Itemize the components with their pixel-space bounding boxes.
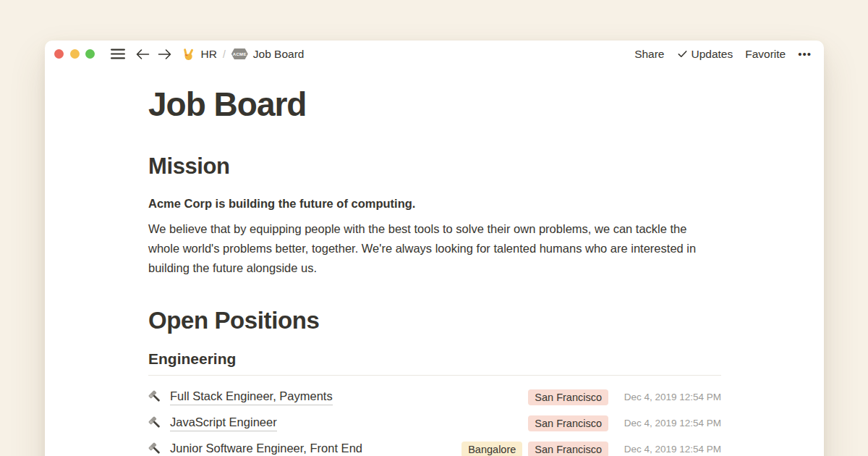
hammer-icon bbox=[148, 416, 162, 430]
window-zoom-button[interactable] bbox=[85, 49, 95, 59]
job-link[interactable]: Junior Software Engineer, Front End bbox=[170, 442, 362, 456]
open-positions-heading: Open Positions bbox=[148, 307, 721, 334]
job-date: Dec 4, 2019 12:54 PM bbox=[613, 444, 721, 455]
job-link[interactable]: JavaScript Engineer bbox=[170, 415, 277, 431]
section-divider bbox=[148, 375, 721, 376]
more-options-button[interactable]: ••• bbox=[798, 48, 812, 60]
updates-label: Updates bbox=[692, 48, 733, 61]
job-tags: BangaloreSan Francisco bbox=[461, 442, 608, 456]
victory-hand-icon bbox=[182, 47, 195, 61]
share-button[interactable]: Share bbox=[634, 48, 664, 61]
window-topbar: HR / ACME Job Board Share Updates Favori… bbox=[45, 41, 824, 67]
job-list: Full Stack Engineer, Payments San Franci… bbox=[148, 384, 721, 456]
forward-arrow-icon[interactable] bbox=[158, 48, 172, 60]
job-row[interactable]: Full Stack Engineer, Payments San Franci… bbox=[148, 384, 721, 410]
breadcrumb-page[interactable]: Job Board bbox=[253, 48, 305, 61]
hammer-icon bbox=[148, 442, 162, 456]
job-tags: San Francisco bbox=[528, 389, 608, 405]
page-content: Job Board Mission Acme Corp is building … bbox=[45, 88, 824, 456]
job-row[interactable]: JavaScript Engineer San Francisco Dec 4,… bbox=[148, 410, 721, 436]
check-icon bbox=[677, 48, 688, 59]
topbar-actions: Share Updates Favorite ••• bbox=[634, 48, 812, 61]
location-tag: San Francisco bbox=[528, 442, 608, 456]
job-date: Dec 4, 2019 12:54 PM bbox=[613, 418, 721, 428]
job-tags: San Francisco bbox=[528, 415, 608, 431]
engineering-heading: Engineering bbox=[148, 350, 721, 368]
window-minimize-button[interactable] bbox=[70, 49, 80, 59]
sidebar-menu-icon[interactable] bbox=[111, 48, 125, 59]
notion-window: HR / ACME Job Board Share Updates Favori… bbox=[45, 41, 824, 456]
acme-page-icon: ACME bbox=[231, 48, 248, 59]
back-arrow-icon[interactable] bbox=[135, 48, 150, 60]
breadcrumb-separator: / bbox=[223, 48, 226, 60]
job-link[interactable]: Full Stack Engineer, Payments bbox=[170, 389, 333, 405]
location-tag: San Francisco bbox=[528, 415, 608, 431]
mission-statement: Acme Corp is building the future of comp… bbox=[148, 194, 721, 214]
job-row[interactable]: Junior Software Engineer, Front End Bang… bbox=[148, 436, 721, 456]
breadcrumb-workspace[interactable]: HR bbox=[201, 48, 217, 61]
window-close-button[interactable] bbox=[54, 49, 64, 59]
location-tag: Bangalore bbox=[461, 442, 522, 456]
mission-heading: Mission bbox=[148, 153, 721, 180]
job-date: Dec 4, 2019 12:54 PM bbox=[613, 392, 721, 402]
page-title: Job Board bbox=[148, 88, 721, 122]
hammer-icon bbox=[148, 390, 162, 404]
updates-button[interactable]: Updates bbox=[677, 48, 733, 61]
favorite-button[interactable]: Favorite bbox=[745, 48, 786, 61]
mission-body: We believe that by equipping people with… bbox=[148, 219, 721, 278]
location-tag: San Francisco bbox=[528, 389, 608, 405]
